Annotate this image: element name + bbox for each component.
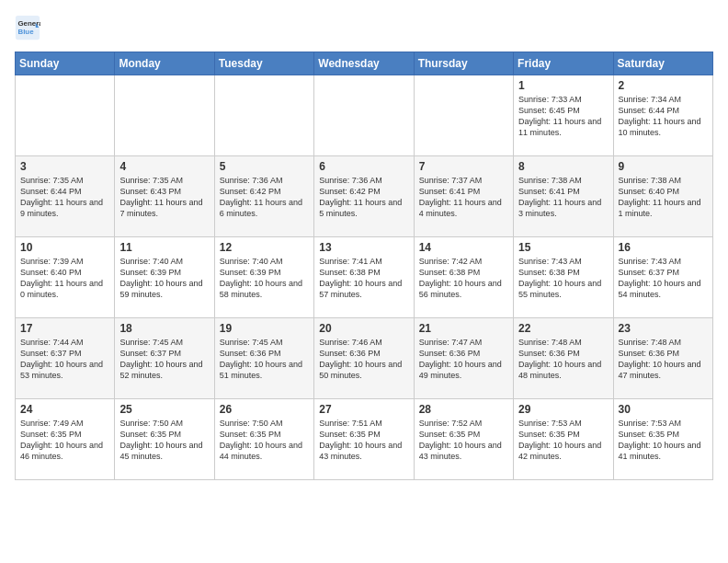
day-number: 19 xyxy=(220,322,309,335)
day-info: Sunrise: 7:53 AM Sunset: 6:35 PM Dayligh… xyxy=(518,418,608,463)
day-cell: 22Sunrise: 7:48 AM Sunset: 6:36 PM Dayli… xyxy=(514,318,613,399)
day-cell: 26Sunrise: 7:50 AM Sunset: 6:35 PM Dayli… xyxy=(214,399,313,480)
day-number: 26 xyxy=(220,403,309,416)
day-info: Sunrise: 7:36 AM Sunset: 6:42 PM Dayligh… xyxy=(220,175,309,220)
day-cell: 12Sunrise: 7:40 AM Sunset: 6:39 PM Dayli… xyxy=(214,237,313,318)
day-cell: 8Sunrise: 7:38 AM Sunset: 6:41 PM Daylig… xyxy=(514,156,613,237)
day-cell: 14Sunrise: 7:42 AM Sunset: 6:38 PM Dayli… xyxy=(414,237,513,318)
day-cell: 15Sunrise: 7:43 AM Sunset: 6:38 PM Dayli… xyxy=(514,237,613,318)
logo: General Blue xyxy=(15,15,44,40)
logo-icon: General Blue xyxy=(15,15,40,40)
day-number: 28 xyxy=(419,403,508,416)
day-info: Sunrise: 7:37 AM Sunset: 6:41 PM Dayligh… xyxy=(419,175,508,220)
col-header-thursday: Thursday xyxy=(414,52,513,75)
week-row-4: 17Sunrise: 7:44 AM Sunset: 6:37 PM Dayli… xyxy=(16,318,713,399)
day-info: Sunrise: 7:38 AM Sunset: 6:41 PM Dayligh… xyxy=(518,175,608,220)
day-info: Sunrise: 7:35 AM Sunset: 6:43 PM Dayligh… xyxy=(119,175,209,220)
day-cell xyxy=(115,75,214,156)
day-cell: 25Sunrise: 7:50 AM Sunset: 6:35 PM Dayli… xyxy=(115,399,214,480)
day-cell: 16Sunrise: 7:43 AM Sunset: 6:37 PM Dayli… xyxy=(613,237,712,318)
day-number: 2 xyxy=(619,79,708,92)
day-info: Sunrise: 7:51 AM Sunset: 6:35 PM Dayligh… xyxy=(319,418,408,463)
calendar-table: SundayMondayTuesdayWednesdayThursdayFrid… xyxy=(15,52,713,480)
day-number: 20 xyxy=(319,322,408,335)
week-row-2: 3Sunrise: 7:35 AM Sunset: 6:44 PM Daylig… xyxy=(16,156,713,237)
day-info: Sunrise: 7:40 AM Sunset: 6:39 PM Dayligh… xyxy=(119,256,209,301)
day-info: Sunrise: 7:35 AM Sunset: 6:44 PM Dayligh… xyxy=(20,175,109,220)
day-cell: 24Sunrise: 7:49 AM Sunset: 6:35 PM Dayli… xyxy=(16,399,115,480)
day-number: 11 xyxy=(119,241,209,254)
day-number: 7 xyxy=(419,160,508,173)
day-cell: 4Sunrise: 7:35 AM Sunset: 6:43 PM Daylig… xyxy=(115,156,214,237)
day-number: 1 xyxy=(518,79,608,92)
day-info: Sunrise: 7:45 AM Sunset: 6:37 PM Dayligh… xyxy=(119,337,209,382)
day-number: 5 xyxy=(220,160,309,173)
day-number: 4 xyxy=(119,160,209,173)
svg-text:Blue: Blue xyxy=(18,28,35,36)
day-info: Sunrise: 7:46 AM Sunset: 6:36 PM Dayligh… xyxy=(319,337,408,382)
day-number: 8 xyxy=(518,160,608,173)
day-cell: 13Sunrise: 7:41 AM Sunset: 6:38 PM Dayli… xyxy=(314,237,414,318)
col-header-monday: Monday xyxy=(115,52,214,75)
day-cell: 27Sunrise: 7:51 AM Sunset: 6:35 PM Dayli… xyxy=(314,399,414,480)
day-info: Sunrise: 7:50 AM Sunset: 6:35 PM Dayligh… xyxy=(119,418,209,463)
week-row-3: 10Sunrise: 7:39 AM Sunset: 6:40 PM Dayli… xyxy=(16,237,713,318)
day-info: Sunrise: 7:39 AM Sunset: 6:40 PM Dayligh… xyxy=(20,256,109,301)
day-info: Sunrise: 7:42 AM Sunset: 6:38 PM Dayligh… xyxy=(419,256,508,301)
day-info: Sunrise: 7:50 AM Sunset: 6:35 PM Dayligh… xyxy=(220,418,309,463)
day-cell: 21Sunrise: 7:47 AM Sunset: 6:36 PM Dayli… xyxy=(414,318,513,399)
day-info: Sunrise: 7:52 AM Sunset: 6:35 PM Dayligh… xyxy=(419,418,508,463)
day-cell: 19Sunrise: 7:45 AM Sunset: 6:36 PM Dayli… xyxy=(214,318,313,399)
page-header: General Blue xyxy=(15,15,713,40)
day-number: 17 xyxy=(20,322,109,335)
day-info: Sunrise: 7:33 AM Sunset: 6:45 PM Dayligh… xyxy=(518,94,608,139)
day-info: Sunrise: 7:44 AM Sunset: 6:37 PM Dayligh… xyxy=(20,337,109,382)
day-number: 13 xyxy=(319,241,408,254)
day-cell: 1Sunrise: 7:33 AM Sunset: 6:45 PM Daylig… xyxy=(514,75,613,156)
day-number: 25 xyxy=(119,403,209,416)
day-info: Sunrise: 7:40 AM Sunset: 6:39 PM Dayligh… xyxy=(220,256,309,301)
day-cell: 18Sunrise: 7:45 AM Sunset: 6:37 PM Dayli… xyxy=(115,318,214,399)
day-info: Sunrise: 7:53 AM Sunset: 6:35 PM Dayligh… xyxy=(619,418,708,463)
col-header-saturday: Saturday xyxy=(613,52,712,75)
col-header-sunday: Sunday xyxy=(16,52,115,75)
day-cell: 10Sunrise: 7:39 AM Sunset: 6:40 PM Dayli… xyxy=(16,237,115,318)
day-cell: 2Sunrise: 7:34 AM Sunset: 6:44 PM Daylig… xyxy=(613,75,712,156)
day-cell xyxy=(414,75,513,156)
day-cell: 30Sunrise: 7:53 AM Sunset: 6:35 PM Dayli… xyxy=(613,399,712,480)
col-header-wednesday: Wednesday xyxy=(314,52,414,75)
day-number: 14 xyxy=(419,241,508,254)
day-number: 27 xyxy=(319,403,408,416)
day-cell: 20Sunrise: 7:46 AM Sunset: 6:36 PM Dayli… xyxy=(314,318,414,399)
day-cell: 28Sunrise: 7:52 AM Sunset: 6:35 PM Dayli… xyxy=(414,399,513,480)
day-cell: 7Sunrise: 7:37 AM Sunset: 6:41 PM Daylig… xyxy=(414,156,513,237)
day-number: 16 xyxy=(619,241,708,254)
week-row-1: 1Sunrise: 7:33 AM Sunset: 6:45 PM Daylig… xyxy=(16,75,713,156)
day-info: Sunrise: 7:49 AM Sunset: 6:35 PM Dayligh… xyxy=(20,418,109,463)
col-header-friday: Friday xyxy=(514,52,613,75)
col-header-tuesday: Tuesday xyxy=(214,52,313,75)
day-info: Sunrise: 7:43 AM Sunset: 6:38 PM Dayligh… xyxy=(518,256,608,301)
day-info: Sunrise: 7:48 AM Sunset: 6:36 PM Dayligh… xyxy=(518,337,608,382)
day-cell: 11Sunrise: 7:40 AM Sunset: 6:39 PM Dayli… xyxy=(115,237,214,318)
day-number: 6 xyxy=(319,160,408,173)
day-cell xyxy=(16,75,115,156)
day-info: Sunrise: 7:38 AM Sunset: 6:40 PM Dayligh… xyxy=(619,175,708,220)
day-number: 21 xyxy=(419,322,508,335)
day-number: 18 xyxy=(119,322,209,335)
day-cell: 6Sunrise: 7:36 AM Sunset: 6:42 PM Daylig… xyxy=(314,156,414,237)
day-cell: 23Sunrise: 7:48 AM Sunset: 6:36 PM Dayli… xyxy=(613,318,712,399)
day-cell: 3Sunrise: 7:35 AM Sunset: 6:44 PM Daylig… xyxy=(16,156,115,237)
day-info: Sunrise: 7:47 AM Sunset: 6:36 PM Dayligh… xyxy=(419,337,508,382)
day-number: 29 xyxy=(518,403,608,416)
day-info: Sunrise: 7:34 AM Sunset: 6:44 PM Dayligh… xyxy=(619,94,708,139)
day-cell: 29Sunrise: 7:53 AM Sunset: 6:35 PM Dayli… xyxy=(514,399,613,480)
day-number: 3 xyxy=(20,160,109,173)
day-number: 24 xyxy=(20,403,109,416)
day-number: 30 xyxy=(619,403,708,416)
day-info: Sunrise: 7:43 AM Sunset: 6:37 PM Dayligh… xyxy=(619,256,708,301)
day-cell: 9Sunrise: 7:38 AM Sunset: 6:40 PM Daylig… xyxy=(613,156,712,237)
day-info: Sunrise: 7:41 AM Sunset: 6:38 PM Dayligh… xyxy=(319,256,408,301)
day-info: Sunrise: 7:45 AM Sunset: 6:36 PM Dayligh… xyxy=(220,337,309,382)
day-number: 15 xyxy=(518,241,608,254)
